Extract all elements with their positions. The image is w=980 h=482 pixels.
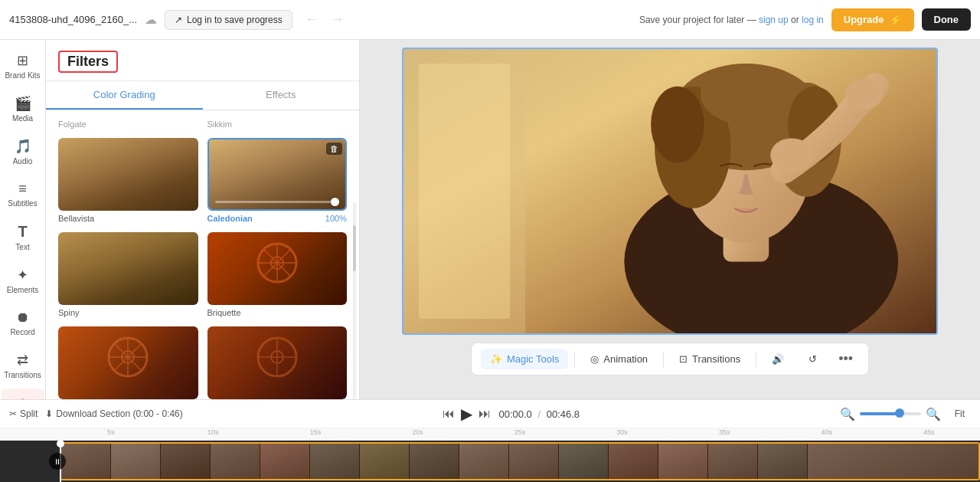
filter-item-spiny[interactable]: Spiny — [58, 232, 198, 317]
playback-controls: ⏮ ▶ ⏭ — [443, 405, 491, 423]
scrollbar-track — [353, 202, 356, 399]
sidebar-item-transitions[interactable]: ⇄ Transitions — [2, 346, 44, 385]
timeline-track: ⏸ — [0, 441, 980, 482]
login-button[interactable]: ↗ Log in to save progress — [165, 10, 292, 30]
sidebar-item-brand-kits[interactable]: ⊞ Brand Kits — [2, 46, 44, 86]
log-in-link[interactable]: log in — [802, 15, 824, 25]
timeline-clip-strip[interactable] — [60, 442, 980, 480]
clip-frame — [758, 444, 808, 479]
clip-frame — [658, 444, 708, 479]
transitions-button[interactable]: ⊡ Transitions — [670, 349, 750, 369]
history-nav: ← → — [300, 8, 349, 31]
sidebar-item-label: Record — [10, 328, 34, 336]
magic-tools-button[interactable]: ✨ Magic Tools — [481, 349, 568, 369]
section-label-folgate: Folgate — [58, 120, 198, 129]
topbar: 4153808-uhd_4096_2160_... ☁ ↗ Log in to … — [0, 0, 980, 40]
sidebar-item-label: Text — [15, 243, 29, 251]
section-label-sikkim: Sikkim — [207, 120, 348, 129]
playhead-handle[interactable] — [57, 440, 64, 448]
filter-panel-header: Filters — [46, 40, 359, 81]
download-icon: ⬇ — [45, 408, 53, 419]
sign-up-link[interactable]: sign up — [759, 15, 789, 25]
split-label: Split — [20, 408, 38, 419]
cloud-icon: ☁ — [145, 12, 157, 27]
filter-item-briquette[interactable]: Briquette — [207, 232, 348, 317]
filter-thumbnail-extra1 — [58, 326, 198, 399]
zoom-in-button[interactable]: 🔍 — [926, 407, 941, 421]
filter-slider-dot — [331, 198, 339, 206]
audio-toolbar-icon: 🔊 — [772, 353, 784, 365]
delete-filter-button[interactable]: 🗑 — [326, 143, 342, 155]
clip-frame — [360, 444, 410, 479]
skip-forward-button[interactable]: ⏭ — [479, 407, 491, 421]
clip-frame-last — [808, 444, 978, 479]
ruler-mark-45s: 45s — [878, 428, 981, 440]
ruler-mark-30s: 30s — [571, 428, 674, 440]
svg-point-25 — [651, 87, 704, 162]
upgrade-button[interactable]: Upgrade ⚡ — [831, 8, 914, 31]
filter-percent-caledonian: 100% — [325, 214, 347, 223]
filter-thumbnail-briquette — [207, 232, 348, 305]
audio-toolbar-button[interactable]: 🔊 — [763, 349, 793, 369]
preview-image — [402, 48, 938, 335]
sidebar-item-audio[interactable]: 🎵 Audio — [2, 132, 44, 172]
filter-thumbnail-extra2 — [207, 326, 348, 399]
split-button[interactable]: ✂ Split — [9, 408, 38, 419]
filter-item-extra2[interactable] — [207, 326, 348, 399]
transitions-label: Transitions — [692, 353, 740, 365]
timeline-area: ✂ Split ⬇ Download Section (0:00 - 0:46)… — [0, 399, 980, 482]
animation-button[interactable]: ◎ Animation — [581, 349, 657, 369]
zoom-slider-fill — [860, 412, 900, 415]
ruler-mark-25s: 25s — [469, 428, 571, 440]
upgrade-label: Upgrade — [844, 14, 884, 25]
filter-thumbnail-caledonian: 🗑 — [207, 138, 348, 211]
play-button[interactable]: ▶ — [461, 405, 472, 423]
transitions-toolbar-icon: ⊡ — [679, 353, 688, 365]
scrollbar-thumb[interactable] — [353, 225, 356, 271]
text-icon: T — [18, 223, 27, 241]
total-time: 00:46.8 — [547, 408, 580, 420]
redo-button[interactable]: → — [326, 8, 349, 31]
undo-button[interactable]: ← — [300, 8, 323, 31]
sidebar-item-filters[interactable]: ◑ Filters — [2, 389, 44, 399]
pause-overlay[interactable]: ⏸ — [49, 453, 66, 470]
sidebar-item-elements[interactable]: ✦ Elements — [2, 261, 44, 300]
preview-toolbar: ✨ Magic Tools ◎ Animation ⊡ Transitions … — [471, 343, 869, 375]
media-icon: 🎬 — [15, 95, 31, 112]
timeline-ruler: 5s 10s 15s 20s 25s 30s 35s 40s 45s — [0, 428, 980, 441]
lightning-icon: ⚡ — [889, 14, 902, 26]
filter-label-spiny: Spiny — [58, 308, 198, 317]
more-options-button[interactable]: ••• — [832, 348, 859, 370]
zoom-slider[interactable] — [860, 412, 921, 415]
sidebar-item-label: Brand Kits — [5, 71, 40, 80]
filter-item-caledonian[interactable]: 🗑 Caledonian 100% — [207, 138, 348, 223]
svg-point-29 — [770, 138, 813, 172]
pause-icon: ⏸ — [54, 457, 61, 466]
audio-extra-button[interactable]: ↺ — [799, 349, 826, 369]
ruler-mark-40s: 40s — [776, 428, 878, 440]
download-section-button[interactable]: ⬇ Download Section (0:00 - 0:46) — [45, 408, 182, 419]
preview-image-inner — [403, 49, 936, 333]
ruler-mark-10s: 10s — [162, 428, 265, 440]
filter-item-bellavista[interactable]: Bellavista — [58, 138, 198, 223]
clip-frame — [161, 444, 211, 479]
sidebar-item-subtitles[interactable]: ≡ Subtitles — [2, 175, 44, 214]
tab-effects[interactable]: Effects — [203, 81, 360, 110]
tab-color-grading[interactable]: Color Grading — [46, 81, 203, 110]
sidebar-item-label: Transitions — [4, 371, 41, 379]
skip-back-button[interactable]: ⏮ — [443, 407, 455, 421]
subtitles-icon: ≡ — [18, 181, 27, 197]
audio-icon: 🎵 — [15, 138, 31, 155]
clip-frame — [559, 444, 609, 479]
done-button[interactable]: Done — [922, 8, 972, 31]
zoom-slider-thumb — [895, 408, 904, 418]
clip-frame — [459, 444, 509, 479]
sidebar-item-media[interactable]: 🎬 Media — [2, 89, 44, 129]
ruler-mark-5s: 5s — [60, 428, 162, 440]
zoom-out-button[interactable]: 🔍 — [840, 407, 855, 421]
sidebar-item-text[interactable]: T Text — [2, 217, 44, 257]
fit-button[interactable]: Fit — [949, 407, 971, 421]
sidebar-item-record[interactable]: ⏺ Record — [2, 303, 44, 343]
filter-item-extra1[interactable] — [58, 326, 198, 399]
filter-slider-bar[interactable] — [215, 201, 340, 203]
